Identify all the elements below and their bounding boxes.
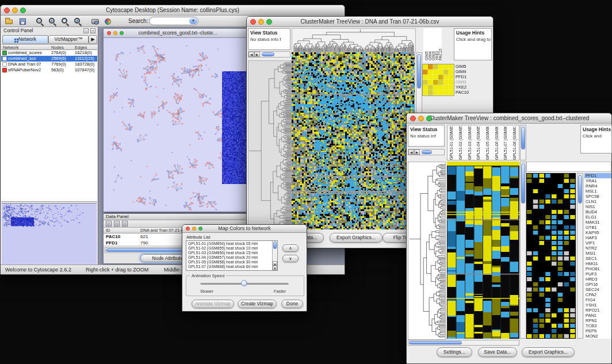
scroll-up-icon[interactable]: ▲	[273, 261, 277, 266]
data-panel-title[interactable]: Data Panel	[104, 214, 251, 220]
scrollbar-thumb[interactable]	[262, 52, 274, 56]
gene-label[interactable]: RPO21	[584, 308, 611, 313]
tab-network[interactable]: Network	[2, 35, 48, 44]
gene-label[interactable]: PHO81	[584, 266, 611, 271]
gene-label[interactable]: MSI1	[584, 251, 611, 256]
maximize-icon[interactable]	[266, 19, 272, 25]
birds-eye-view[interactable]	[2, 203, 97, 265]
animate-vizmap-button[interactable]: Animate Vizmap	[192, 300, 234, 308]
maximize-icon[interactable]	[20, 7, 26, 13]
zoom-out-icon[interactable]: −	[35, 17, 45, 26]
export-graphics-button[interactable]: Export Graphics...	[330, 233, 382, 243]
attribute-select-icon[interactable]	[106, 221, 112, 227]
column-dendrogram[interactable]	[292, 28, 416, 52]
network-view-titlebar[interactable]: combined_scores_good.txt--cluste...	[104, 29, 252, 38]
tab-overflow-arrow-icon[interactable]: ▶	[89, 35, 97, 44]
gene-label[interactable]: CLN1	[584, 199, 611, 204]
maximize-icon[interactable]	[120, 31, 124, 35]
column-label[interactable]: GPL51-03 (GSM856	[468, 127, 476, 160]
chevron-down-icon[interactable]: ▼	[189, 18, 197, 24]
column-label[interactable]: GPL51-05 (GSM865	[485, 127, 494, 160]
labels-vscrollbar[interactable]	[520, 125, 526, 160]
speed-slider-thumb[interactable]	[241, 280, 247, 286]
gene-list-vscrollbar[interactable]	[577, 173, 583, 339]
gene-label[interactable]: CPA2	[584, 292, 611, 297]
gene-label[interactable]: PAN1	[584, 313, 611, 318]
heatmap-vscrollbar[interactable]	[520, 162, 526, 339]
row-dendrogram[interactable]	[248, 60, 292, 231]
heatmap-canvas[interactable]	[292, 52, 415, 229]
gene-label[interactable]: GIM4	[456, 69, 482, 74]
attribute-item[interactable]: GPL51-05 (GSM858) heat shock 30 min	[187, 260, 272, 265]
heatmap-hscrollbar[interactable]	[408, 340, 519, 346]
dialog-titlebar[interactable]: Map Colors to Network	[182, 225, 307, 233]
treeview-dna-titlebar[interactable]: ClusterMaker TreeView : DNA and Tran 07-…	[247, 17, 493, 27]
gene-label[interactable]: HAP3	[584, 235, 611, 240]
network-row-selected[interactable]: combined_sco 2569(6) 13112(15)	[1, 56, 97, 62]
column-label[interactable]: GPL51-02 (GSM855	[458, 127, 467, 160]
correlation-matrix[interactable]	[422, 64, 454, 96]
open-session-icon[interactable]	[4, 17, 14, 26]
network-row[interactable]: DNA and Tran 07 7769(0) 183728(0)	[1, 62, 97, 67]
maximize-icon[interactable]	[426, 116, 432, 121]
tab-vizmapper[interactable]: VizMapper™	[48, 35, 89, 44]
scrollbar-thumb[interactable]	[422, 150, 432, 154]
gene-label[interactable]: YRA1	[584, 178, 611, 183]
zoom-selected-icon[interactable]: #	[73, 17, 83, 26]
gene-label[interactable]: ELG1	[584, 214, 611, 220]
network-row[interactable]: combined_scores 2764(0) 16218(0)	[1, 50, 97, 56]
gene-label[interactable]: YKE2	[456, 85, 482, 90]
gene-label[interactable]: BUD4	[584, 209, 611, 214]
gene-label[interactable]: MSL1	[584, 189, 611, 194]
gene-label[interactable]: PFD1	[584, 173, 611, 178]
minimize-icon[interactable]	[113, 31, 117, 35]
float-panel-icon[interactable]: □	[83, 28, 89, 33]
gene-label[interactable]: GPI16	[584, 282, 611, 287]
scrollbar-thumb[interactable]	[273, 242, 277, 249]
gene-label[interactable]: YSH1	[584, 302, 611, 308]
gene-label[interactable]: NTR2	[584, 246, 611, 251]
heatmap-canvas[interactable]	[447, 162, 519, 339]
attribute-item[interactable]: GPL51-07 (GSM868) heat shock 60 min	[187, 265, 272, 269]
attribute-item[interactable]: GPL51-03 (GSM856) heat shock 15 min	[187, 251, 272, 255]
attribute-item[interactable]: GPL51-01 (GSM854) heat shock 05 min	[187, 242, 272, 246]
gene-label[interactable]: PAC10	[456, 90, 482, 95]
scroll-right-icon[interactable]: ▶	[414, 150, 420, 155]
scroll-left-icon[interactable]: ◀	[248, 52, 254, 57]
gene-label[interactable]: HRD3	[584, 277, 611, 282]
gene-heatmap-canvas[interactable]	[526, 173, 576, 339]
vizmapper-icon[interactable]	[103, 17, 113, 26]
gene-label[interactable]: GIM3	[456, 79, 482, 85]
gene-label[interactable]: FIG4	[584, 297, 611, 302]
gene-label[interactable]: RPN1	[584, 318, 611, 323]
gene-label[interactable]: PEP5	[584, 328, 611, 334]
gene-label[interactable]: PFD1	[456, 74, 482, 79]
scrollbar-thumb[interactable]	[578, 175, 582, 204]
list-vscrollbar[interactable]: ▲ ▼	[272, 241, 277, 270]
close-icon[interactable]	[4, 7, 10, 13]
gene-label[interactable]: MAK31	[584, 220, 611, 225]
scroll-right-icon[interactable]: ▶	[254, 52, 260, 57]
done-button[interactable]: Done	[281, 300, 303, 308]
close-icon[interactable]	[107, 31, 111, 35]
gene-label[interactable]: HMG1	[584, 261, 611, 266]
network-canvas[interactable]	[104, 38, 252, 212]
gene-label[interactable]: PUF3	[584, 271, 611, 277]
close-panel-icon[interactable]: ×	[90, 28, 95, 33]
gene-label[interactable]: SPC98	[584, 194, 611, 199]
close-icon[interactable]	[186, 227, 190, 231]
column-label[interactable]: GPL51-04 (GSM857	[476, 127, 485, 160]
gene-label[interactable]: GIM5	[456, 64, 482, 69]
scrollbar-thumb[interactable]	[521, 127, 525, 150]
minimize-icon[interactable]	[192, 227, 196, 231]
attribute-function-icon[interactable]	[122, 221, 128, 227]
minimize-icon[interactable]	[12, 7, 18, 13]
gene-label[interactable]: KAP95	[584, 230, 611, 235]
column-label[interactable]: GPL51-08 (GSM872	[512, 127, 519, 160]
scroll-down-icon[interactable]: ▼	[273, 266, 277, 270]
network-row[interactable]: sRNAPuberNov2 563(0) 107847(0)	[1, 67, 97, 73]
close-icon[interactable]	[250, 19, 256, 25]
scrollbar-thumb[interactable]	[417, 54, 421, 89]
gene-label[interactable]: NIS1	[584, 204, 611, 209]
search-input[interactable]: ▼	[149, 17, 198, 25]
